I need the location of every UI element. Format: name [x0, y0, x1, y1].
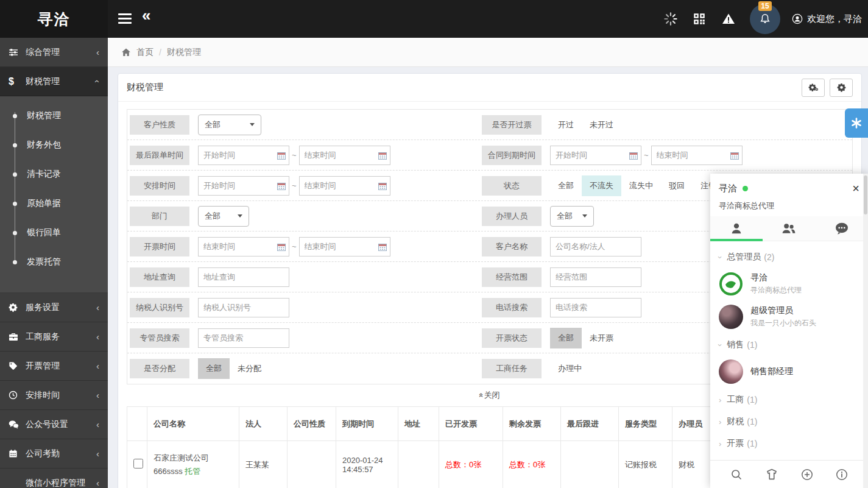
gear-icon	[9, 303, 26, 312]
group-tax[interactable]: › 财税 (1)	[710, 411, 868, 433]
contract-expire-end-input[interactable]	[651, 146, 743, 165]
columns-settings-button[interactable]	[802, 79, 825, 97]
invoiced-option[interactable]: 未开过	[582, 115, 621, 135]
double-chevron-up-icon: «	[477, 393, 486, 397]
tab-contacts[interactable]	[710, 216, 763, 241]
department-select[interactable]: 全部	[198, 206, 249, 227]
contact-item[interactable]: 销售部经理	[710, 356, 868, 389]
contact-item[interactable]: 寻洽 寻洽商标总代理	[710, 268, 868, 301]
close-icon[interactable]: ×	[852, 182, 859, 194]
invoice-time-end-input[interactable]	[299, 237, 390, 256]
qr-code-icon[interactable]	[693, 13, 705, 25]
user-welcome[interactable]: 欢迎您，寻洽	[791, 13, 862, 25]
sidebar: 综合管理‹ $ 财税管理‹ 财税管理 财务外包 清卡记录 原始单据 银行回单 发…	[0, 38, 108, 488]
group-business[interactable]: › 工商 (1)	[710, 389, 868, 411]
submenu-item-card-clearing[interactable]: 清卡记录	[0, 160, 108, 189]
warning-icon[interactable]	[721, 12, 736, 26]
company-name[interactable]: 石家庄测试公司	[153, 453, 233, 464]
customer-name-input[interactable]	[550, 237, 641, 256]
invoice-status-option-selected[interactable]: 全部	[550, 328, 582, 348]
chevron-left-icon: ‹	[96, 332, 99, 341]
filter-label-invoice-status: 开票状态	[482, 328, 542, 348]
caret-down-icon	[582, 214, 587, 217]
scrollbar-thumb[interactable]	[864, 175, 867, 214]
submenu-item-tax-management[interactable]: 财税管理	[0, 101, 108, 130]
info-icon[interactable]	[836, 469, 848, 481]
chevron-icon: ›	[716, 344, 725, 346]
caret-down-icon	[238, 214, 242, 217]
contract-expire-start-input[interactable]	[550, 146, 641, 165]
business-task-option[interactable]: 办理中	[550, 358, 590, 379]
settings-button[interactable]	[830, 79, 853, 97]
submenu-item-invoice-custody[interactable]: 发票托管	[0, 247, 108, 277]
chevron-icon: ›	[716, 256, 725, 258]
add-icon[interactable]	[801, 469, 813, 481]
filter-label-customer-name: 客户名称	[482, 237, 542, 256]
business-scope-input[interactable]	[550, 267, 641, 287]
submenu-item-finance-outsourcing[interactable]: 财务外包	[0, 130, 108, 160]
group-sales[interactable]: › 销售 (1)	[710, 334, 868, 356]
group-invoicing[interactable]: › 开票 (1)	[710, 433, 868, 454]
notification-badge: 15	[758, 1, 772, 11]
col-company: 公司名称	[147, 407, 239, 441]
contact-desc: 寻洽商标总代理	[750, 285, 802, 295]
invoice-time-start-input[interactable]	[198, 237, 289, 256]
phone-input[interactable]	[550, 298, 641, 317]
filter-label-phone: 电话搜索	[482, 298, 542, 317]
sidebar-item-service-settings[interactable]: 服务设置‹	[0, 293, 108, 322]
skin-icon[interactable]	[765, 469, 778, 481]
collapse-left-icon[interactable]: «	[142, 6, 150, 25]
calendar-icon	[9, 449, 26, 458]
row-checkbox[interactable]	[133, 459, 143, 469]
sidebar-item-general[interactable]: 综合管理‹	[0, 38, 108, 67]
address-input[interactable]	[198, 267, 289, 287]
breadcrumb-home[interactable]: 首页	[136, 47, 153, 58]
status-option[interactable]: 全部	[550, 175, 582, 196]
contact-item[interactable]: 超级管理员 我是一只小小的石头	[710, 301, 868, 334]
submenu-item-bank-receipts[interactable]: 银行回单	[0, 218, 108, 247]
status-option[interactable]: 驳回	[661, 175, 693, 196]
group-count: (1)	[747, 417, 757, 426]
invoice-status-option[interactable]: 未开票	[582, 328, 621, 348]
assigned-option[interactable]: 未分配	[230, 358, 269, 379]
sidebar-item-schedule[interactable]: 安排时间‹	[0, 381, 108, 410]
group-admins[interactable]: › 总管理员 (2)	[710, 246, 868, 268]
service-type-cell: 记账报税	[619, 441, 672, 488]
status-option-selected[interactable]: 不流失	[582, 175, 621, 196]
supervisor-input[interactable]	[198, 328, 289, 348]
submenu-item-original-documents[interactable]: 原始单据	[0, 189, 108, 218]
taxpayer-id-input[interactable]	[198, 298, 289, 317]
calendar-icon	[629, 152, 638, 160]
notifications-bell[interactable]: 15	[750, 4, 780, 34]
search-icon[interactable]	[730, 469, 743, 481]
col-address: 地址	[398, 407, 439, 441]
handler-select[interactable]: 全部	[550, 206, 594, 227]
sidebar-item-official-account[interactable]: 公众号设置‹	[0, 410, 108, 439]
sidebar-item-invoicing[interactable]: 开票管理‹	[0, 352, 108, 381]
arrange-start-input[interactable]	[198, 176, 289, 196]
scrollbar[interactable]	[863, 174, 868, 488]
customer-nature-select[interactable]: 全部	[198, 115, 261, 135]
status-option[interactable]: 流失中	[621, 175, 661, 196]
assigned-option-selected[interactable]: 全部	[198, 358, 230, 379]
sidebar-toggle-icon[interactable]	[118, 13, 132, 26]
theme-float-button[interactable]	[845, 108, 868, 138]
sidebar-item-miniprogram[interactable]: 微信小程序管理‹	[0, 469, 108, 488]
home-icon[interactable]	[121, 48, 131, 57]
last-follow-end-input[interactable]	[299, 146, 390, 165]
invoiced-option[interactable]: 开过	[550, 115, 582, 135]
tab-messages[interactable]	[816, 216, 868, 241]
filter-label-invoiced: 是否开过票	[482, 115, 542, 135]
contact-list: › 总管理员 (2) 寻洽 寻洽商标总代理 超级管理员 我是一只小小的石头 › …	[710, 241, 868, 460]
sidebar-item-tax[interactable]: $ 财税管理‹	[0, 67, 108, 96]
last-follow-start-input[interactable]	[198, 146, 289, 165]
arrange-end-input[interactable]	[299, 176, 390, 196]
sidebar-item-business-services[interactable]: 工商服务‹	[0, 322, 108, 352]
loading-spinner-icon[interactable]	[664, 12, 677, 26]
tab-groups[interactable]	[763, 216, 815, 241]
chat-subtitle: 寻洽商标总代理	[719, 194, 859, 216]
chevron-left-icon: ‹	[96, 478, 99, 487]
calendar-icon	[277, 182, 286, 190]
sidebar-item-attendance[interactable]: 公司考勤‹	[0, 439, 108, 469]
group-count: (1)	[747, 340, 757, 350]
